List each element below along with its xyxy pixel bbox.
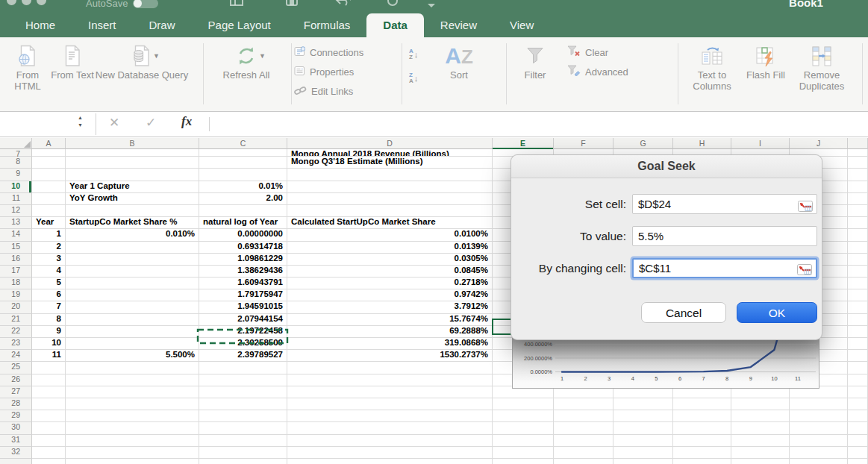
cell-H30[interactable] bbox=[673, 422, 731, 434]
cell-F31[interactable] bbox=[554, 435, 613, 447]
cell-E33[interactable] bbox=[493, 459, 554, 464]
cell-A18[interactable]: 5 bbox=[32, 278, 66, 289]
toolbar-options-chevron-icon[interactable] bbox=[427, 0, 436, 12]
col-header-i[interactable]: I bbox=[731, 138, 790, 149]
cell-I28[interactable] bbox=[731, 398, 790, 410]
col-header-g[interactable]: G bbox=[613, 138, 673, 149]
cell-A11[interactable] bbox=[32, 193, 66, 205]
cell-B7[interactable] bbox=[66, 149, 199, 157]
cell-B27[interactable] bbox=[66, 386, 199, 398]
ribbon-button-refresh-all[interactable]: ▼Refresh All bbox=[209, 42, 284, 81]
cell-B16[interactable] bbox=[66, 254, 199, 266]
dropdown-arrow-icon[interactable]: ▼ bbox=[153, 52, 160, 60]
cell-K25[interactable] bbox=[848, 362, 868, 374]
cell-D31[interactable] bbox=[287, 435, 493, 447]
cell-D24[interactable]: 1530.2737% bbox=[287, 350, 493, 362]
cell-K20[interactable] bbox=[848, 301, 868, 313]
row-header-12[interactable]: 12 bbox=[0, 205, 32, 217]
cell-B30[interactable] bbox=[66, 422, 199, 434]
cell-K30[interactable] bbox=[848, 422, 868, 434]
cell-D10[interactable] bbox=[287, 181, 493, 193]
cell-K23[interactable] bbox=[848, 338, 868, 350]
cell-C20[interactable]: 1.94591015 bbox=[199, 301, 287, 313]
cell-B25[interactable] bbox=[66, 362, 199, 374]
cell-K19[interactable] bbox=[848, 289, 868, 301]
col-header-a[interactable]: A bbox=[32, 138, 66, 149]
cell-B8[interactable] bbox=[66, 157, 199, 169]
cell-C17[interactable]: 1.38629436 bbox=[199, 266, 287, 278]
cell-A28[interactable] bbox=[32, 398, 66, 410]
cell-B20[interactable] bbox=[66, 301, 199, 313]
ribbon-button-clear[interactable]: Clear bbox=[567, 45, 628, 60]
cell-D7[interactable]: Mongo Annual 2018 Revenue (Billions) bbox=[287, 149, 493, 157]
cell-D8[interactable]: Mongo Q3'18 Estimate (Millions) bbox=[287, 157, 493, 169]
col-header-e[interactable]: E bbox=[493, 138, 554, 149]
cell-D25[interactable] bbox=[287, 362, 493, 374]
row-header-27[interactable]: 27 bbox=[0, 386, 32, 398]
cell-E31[interactable] bbox=[493, 435, 554, 447]
cell-K10[interactable] bbox=[848, 181, 868, 193]
cell-K16[interactable] bbox=[848, 254, 868, 266]
cell-B15[interactable] bbox=[66, 242, 199, 254]
ribbon-button-filter[interactable]: Filter bbox=[513, 42, 557, 81]
autosave-toggle[interactable]: AutoSave bbox=[86, 0, 158, 9]
minimize-window-icon[interactable] bbox=[22, 0, 31, 5]
row-header-19[interactable]: 19 bbox=[0, 289, 32, 301]
tab-data[interactable]: Data bbox=[366, 13, 424, 37]
cell-I32[interactable] bbox=[731, 447, 790, 459]
ribbon-button-properties[interactable]: Properties bbox=[294, 64, 363, 79]
cell-G31[interactable] bbox=[613, 435, 673, 447]
ok-button[interactable]: OK bbox=[737, 302, 817, 323]
cell-C8[interactable] bbox=[199, 157, 287, 169]
row-header-21[interactable]: 21 bbox=[0, 314, 32, 326]
cell-C7[interactable] bbox=[199, 149, 287, 157]
autosave-switch-icon[interactable] bbox=[133, 0, 158, 8]
cell-F33[interactable] bbox=[554, 459, 613, 464]
cell-B17[interactable] bbox=[66, 266, 199, 278]
tab-home[interactable]: Home bbox=[9, 13, 72, 37]
cell-A33[interactable] bbox=[32, 459, 66, 464]
cell-J32[interactable] bbox=[790, 447, 848, 459]
cell-D27[interactable] bbox=[287, 386, 493, 398]
row-header-26[interactable]: 26 bbox=[0, 374, 32, 386]
cell-B31[interactable] bbox=[66, 435, 199, 447]
cell-F29[interactable] bbox=[554, 410, 613, 422]
cell-D33[interactable] bbox=[287, 459, 493, 464]
col-header-k[interactable] bbox=[848, 138, 868, 149]
enter-entry-icon[interactable]: ✓ bbox=[146, 115, 156, 131]
row-header-28[interactable]: 28 bbox=[0, 398, 32, 410]
cell-B21[interactable] bbox=[66, 314, 199, 326]
cell-G30[interactable] bbox=[613, 422, 673, 434]
col-header-f[interactable]: F bbox=[554, 138, 613, 149]
name-box[interactable] bbox=[0, 112, 78, 137]
cell-F32[interactable] bbox=[554, 447, 613, 459]
cell-B22[interactable] bbox=[66, 326, 199, 338]
cell-C25[interactable] bbox=[199, 362, 287, 374]
tab-draw[interactable]: Draw bbox=[133, 13, 192, 37]
cell-C19[interactable]: 1.79175947 bbox=[199, 289, 287, 301]
cell-K17[interactable] bbox=[848, 266, 868, 278]
ribbon-button-sort-az[interactable]: AZ↓ bbox=[409, 45, 434, 64]
cell-K32[interactable] bbox=[848, 447, 868, 459]
cell-D19[interactable]: 0.9742% bbox=[287, 289, 493, 301]
row-header-14[interactable]: 14 bbox=[0, 229, 32, 241]
cell-K18[interactable] bbox=[848, 278, 868, 289]
cell-K8[interactable] bbox=[848, 157, 868, 169]
row-header-16[interactable]: 16 bbox=[0, 254, 32, 266]
cell-J31[interactable] bbox=[790, 435, 848, 447]
name-box-spinner[interactable]: ▲▼ bbox=[78, 114, 83, 129]
cell-K9[interactable] bbox=[848, 169, 868, 181]
cell-G28[interactable] bbox=[613, 398, 673, 410]
cell-K14[interactable] bbox=[848, 229, 868, 241]
cell-A12[interactable] bbox=[32, 205, 66, 217]
cell-A26[interactable] bbox=[32, 374, 66, 386]
cell-A21[interactable]: 8 bbox=[32, 314, 66, 326]
cell-D17[interactable]: 0.0845% bbox=[287, 266, 493, 278]
cell-C30[interactable] bbox=[199, 422, 287, 434]
cell-B29[interactable] bbox=[66, 410, 199, 422]
cell-D12[interactable] bbox=[287, 205, 493, 217]
cell-G33[interactable] bbox=[613, 459, 673, 464]
cell-D29[interactable] bbox=[287, 410, 493, 422]
row-header-9[interactable]: 9 bbox=[0, 169, 32, 181]
cell-C14[interactable]: 0.00000000 bbox=[199, 229, 287, 241]
